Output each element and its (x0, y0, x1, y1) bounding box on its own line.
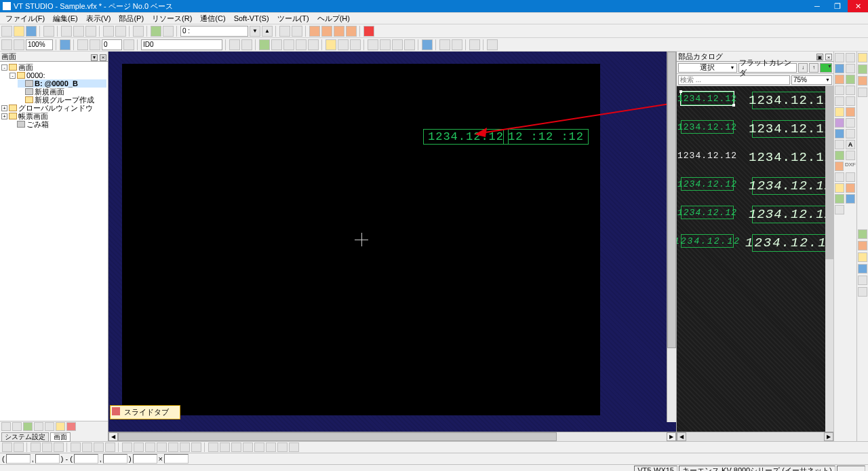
design-canvas[interactable]: 1234.12.12 12 :12 :12 スライドタブ (108, 52, 676, 432)
bt-arrow-icon[interactable] (2, 442, 12, 452)
spin-value[interactable]: 0 (102, 39, 122, 50)
menu-parts[interactable]: 部品(P) (115, 13, 148, 24)
catalog-item-9[interactable]: 1234.12.12 (681, 206, 734, 219)
rs-ic-15[interactable] (835, 129, 844, 138)
rs-ic-16[interactable] (846, 129, 855, 138)
tl-11-icon[interactable] (392, 39, 403, 50)
bt-13-icon[interactable] (180, 442, 190, 452)
edit-icon[interactable] (151, 26, 161, 37)
catalog-item-2[interactable]: 1234.12.12 (752, 92, 829, 109)
tree-tool-5-icon[interactable] (45, 422, 54, 431)
tl-9-icon[interactable] (368, 39, 378, 50)
find-icon[interactable] (229, 39, 240, 50)
date-display-component[interactable]: 1234.12.12 (423, 129, 509, 145)
tree-tool-6-icon[interactable] (56, 422, 65, 431)
catalog-color-button[interactable] (820, 63, 832, 73)
bt-8-icon[interactable] (122, 442, 132, 452)
bt-2-icon[interactable] (42, 442, 52, 452)
close-button[interactable]: ✕ (848, 0, 868, 12)
tab-system-settings[interactable]: システム設定 (1, 432, 49, 442)
bt-12-icon[interactable] (168, 442, 178, 452)
print2-icon[interactable] (133, 26, 144, 37)
menu-edit[interactable]: 編集(E) (49, 13, 82, 24)
tree-tool-2-icon[interactable] (12, 422, 22, 431)
bt-21-icon[interactable] (277, 442, 288, 452)
catalog-item-12[interactable]: 1234.12.12 (752, 234, 829, 252)
transfer-icon[interactable] (279, 26, 290, 37)
bt-4-icon[interactable] (71, 442, 81, 452)
bt-18-icon[interactable] (243, 442, 253, 452)
catalog-item-8[interactable]: 1234.12.12 (752, 177, 829, 195)
tl-15-icon[interactable] (452, 39, 462, 50)
bt-15-icon[interactable] (208, 442, 218, 452)
tl-12-icon[interactable] (404, 39, 415, 50)
bt-11-icon[interactable] (157, 442, 167, 452)
canvas-hscroll[interactable]: ◀▶ (108, 432, 676, 441)
bt-14-icon[interactable] (191, 442, 201, 452)
catalog-vscroll[interactable] (825, 86, 833, 432)
rs-ic-2[interactable] (846, 53, 855, 62)
tree-tool-4-icon[interactable] (34, 422, 43, 431)
catalog-pin-icon[interactable]: ▣ (816, 54, 823, 60)
menu-tools[interactable]: ツール(T) (273, 13, 313, 24)
tl-14-icon[interactable] (439, 39, 450, 50)
replace-icon[interactable] (241, 39, 252, 50)
rs3-ic-4[interactable] (858, 264, 867, 274)
coord-x2[interactable] (74, 454, 98, 464)
tl-8-icon[interactable] (350, 39, 361, 50)
menu-help[interactable]: ヘルプ(H) (313, 13, 354, 24)
catalog-item-6[interactable]: 1234.12.12 (752, 149, 829, 166)
catalog-item-10[interactable]: 1234.12.12 (752, 206, 829, 223)
rs-ic-7[interactable] (835, 86, 844, 95)
new-icon[interactable] (1, 26, 12, 37)
zoom-out-icon[interactable] (1, 39, 12, 50)
tree-tool-1-icon[interactable] (1, 422, 11, 431)
bt-1-icon[interactable] (31, 442, 41, 452)
copy-icon[interactable] (73, 26, 84, 37)
id-combo[interactable]: ID0 (141, 39, 222, 50)
hspacing-icon[interactable] (77, 39, 88, 50)
rs-ic-26[interactable] (846, 183, 855, 193)
rs-ic-10[interactable] (846, 96, 855, 106)
tree-0000[interactable]: 0000: (26, 71, 45, 79)
redo-icon[interactable] (115, 26, 126, 37)
bt-7-icon[interactable] (105, 442, 115, 452)
tl-4-icon[interactable] (296, 39, 307, 50)
bt-22-icon[interactable] (289, 442, 299, 452)
rs3-ic-5[interactable] (858, 276, 867, 285)
rs3-ic-2[interactable] (858, 241, 867, 250)
catalog-up-button[interactable]: ↑ (809, 63, 818, 73)
catalog-body[interactable]: 1234.12.12 1234.12.12 1234.12.12 1234.12… (677, 86, 833, 432)
tl-2-icon[interactable] (271, 39, 282, 50)
bt-9-icon[interactable] (134, 442, 144, 452)
tool-c-icon[interactable] (334, 26, 344, 37)
rs-ic-29[interactable] (835, 205, 844, 214)
tool-a-icon[interactable] (309, 26, 320, 37)
coord-x1[interactable] (6, 454, 31, 464)
save-icon[interactable] (26, 26, 37, 37)
maximize-button[interactable]: ❐ (827, 0, 848, 12)
tab-screen[interactable]: 画面 (50, 432, 71, 442)
tree-tool-7-icon[interactable] (66, 422, 76, 431)
bt-select-icon[interactable] (14, 442, 24, 452)
catalog-select-dropdown[interactable]: 選択▼ (678, 63, 737, 73)
tl-6-icon[interactable] (326, 39, 336, 50)
rs-ic-25[interactable] (835, 183, 844, 193)
rs2-ic-3[interactable] (858, 76, 867, 86)
slide-tab[interactable]: スライドタブ (110, 405, 180, 419)
rs2-ic-4[interactable] (858, 88, 867, 97)
catalog-type-dropdown[interactable]: フラットカレンダ (738, 63, 797, 73)
rs-ic-17[interactable] (835, 140, 844, 149)
tl-17-icon[interactable] (487, 39, 498, 50)
tl-13-icon[interactable] (422, 39, 433, 50)
size-h[interactable] (164, 454, 189, 464)
print-icon[interactable] (43, 26, 54, 37)
catalog-item-11[interactable]: 1234.12.12 (681, 234, 734, 248)
tl-10-icon[interactable] (380, 39, 391, 50)
catalog-down-button[interactable]: ↓ (798, 63, 808, 73)
coord-y2[interactable] (103, 454, 127, 464)
menu-softvt[interactable]: Soft-VT(S) (230, 14, 273, 23)
rs-ic-1[interactable] (835, 53, 844, 62)
rs3-ic-6[interactable] (858, 287, 867, 297)
rs-ic-19[interactable] (835, 151, 844, 160)
